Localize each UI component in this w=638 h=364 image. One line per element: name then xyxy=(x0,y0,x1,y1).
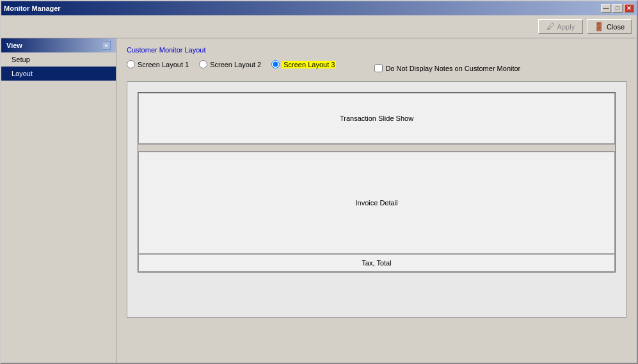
tax-label: Tax, Total xyxy=(362,259,391,267)
radio-layout3-label: Screen Layout 3 xyxy=(282,61,336,68)
main-window: Monitor Manager — □ ✕ 🖊 Apply 🚪 Close xyxy=(0,0,638,364)
preview-tax: Tax, Total xyxy=(138,254,615,272)
radio-layout3[interactable]: Screen Layout 3 xyxy=(271,60,336,68)
slide-show-label: Transaction Slide Show xyxy=(340,115,413,122)
section-label: Customer Monitor Layout xyxy=(127,46,336,54)
apply-label: Apply xyxy=(557,23,575,31)
minimize-button[interactable]: — xyxy=(601,4,611,13)
window-title: Monitor Manager xyxy=(4,4,61,12)
top-controls: Customer Monitor Layout Screen Layout 1 … xyxy=(127,46,626,76)
radio-layout1-label: Screen Layout 1 xyxy=(138,61,189,68)
radio-layout2[interactable]: Screen Layout 2 xyxy=(199,60,261,68)
title-bar-buttons: — □ ✕ xyxy=(601,4,634,13)
toolbar: 🖊 Apply 🚪 Close xyxy=(1,15,637,38)
layout-preview: Transaction Slide Show Invoice Detail Ta… xyxy=(127,81,626,318)
radio-group: Screen Layout 1 Screen Layout 2 Screen L… xyxy=(127,60,336,68)
sidebar-item-setup-label: Setup xyxy=(12,56,30,63)
radio-layout1[interactable]: Screen Layout 1 xyxy=(127,60,189,68)
close-icon: 🚪 xyxy=(594,22,604,31)
preview-divider xyxy=(138,144,615,152)
invoice-label: Invoice Detail xyxy=(355,199,397,207)
window-close-button[interactable]: ✕ xyxy=(624,4,634,13)
sidebar-collapse-button[interactable]: « xyxy=(102,41,111,50)
close-button[interactable]: 🚪 Close xyxy=(587,19,632,34)
preview-invoice: Invoice Detail xyxy=(138,152,615,254)
preview-slide-show: Transaction Slide Show xyxy=(138,93,615,144)
do-not-display-label: Do Not Display Notes on Customer Monitor xyxy=(385,65,520,72)
apply-icon: 🖊 xyxy=(546,22,555,31)
maximize-button[interactable]: □ xyxy=(612,4,623,13)
preview-container: Transaction Slide Show Invoice Detail Ta… xyxy=(138,92,616,273)
main-content: View « Setup Layout Customer Monitor Lay… xyxy=(1,38,637,363)
do-not-display-checkbox[interactable] xyxy=(374,64,383,72)
sidebar-item-setup[interactable]: Setup xyxy=(1,52,116,67)
content-area: Customer Monitor Layout Screen Layout 1 … xyxy=(116,38,637,363)
sidebar-item-layout-label: Layout xyxy=(12,70,33,77)
sidebar: View « Setup Layout xyxy=(1,38,116,363)
checkbox-notes-option[interactable]: Do Not Display Notes on Customer Monitor xyxy=(374,64,520,72)
apply-button[interactable]: 🖊 Apply xyxy=(538,19,583,34)
sidebar-item-layout[interactable]: Layout xyxy=(1,67,116,81)
sidebar-header: View « xyxy=(1,38,116,52)
sidebar-section-label: View xyxy=(6,42,22,49)
close-label: Close xyxy=(607,23,625,31)
radio-layout2-label: Screen Layout 2 xyxy=(210,61,261,68)
title-bar: Monitor Manager — □ ✕ xyxy=(1,1,637,15)
